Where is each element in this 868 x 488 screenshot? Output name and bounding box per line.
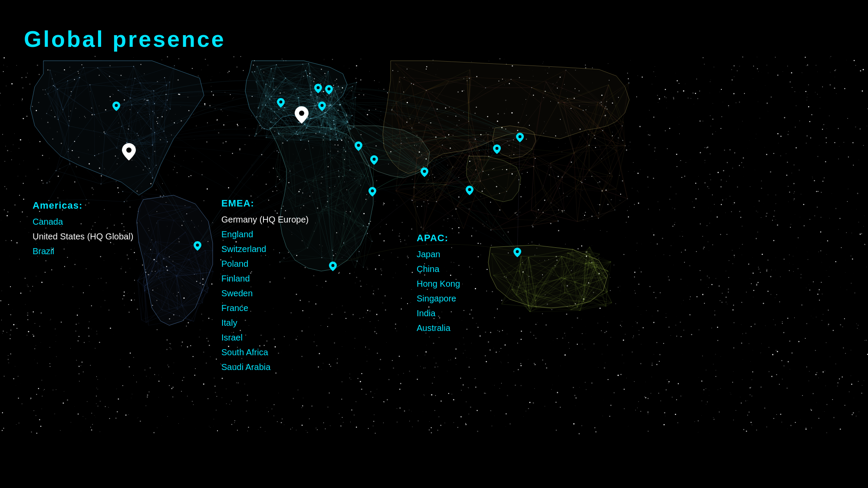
country-england: England: [221, 227, 309, 242]
pin-sweden: [325, 85, 333, 95]
country-brazil: Brazil: [33, 244, 133, 259]
svg-point-2: [115, 104, 118, 107]
country-finland: Finland: [221, 271, 309, 286]
svg-point-8: [357, 144, 360, 147]
svg-point-4: [279, 101, 283, 104]
svg-point-14: [519, 135, 522, 138]
pin-germany-hq: [295, 106, 309, 124]
svg-point-12: [468, 188, 471, 191]
americas-region: Americas: Canada United States (HQ Globa…: [33, 197, 133, 259]
pin-finland: [314, 84, 322, 93]
pin-australia: [513, 248, 521, 257]
country-sweden: Sweden: [221, 286, 309, 301]
country-poland: Poland: [221, 256, 309, 271]
country-singapore: Singapore: [417, 291, 460, 306]
country-saudi-arabia: Saudi Arabia: [221, 360, 309, 374]
pin-england: [277, 98, 285, 108]
pin-india: [421, 167, 428, 177]
country-china: China: [417, 262, 460, 276]
country-italy: Italy: [221, 315, 309, 330]
pin-china: [516, 133, 524, 142]
pin-us-hq: [122, 143, 136, 160]
country-us: United States (HQ Global): [33, 229, 133, 244]
svg-point-5: [317, 86, 320, 89]
country-germany: Germany (HQ Europe): [221, 212, 309, 227]
country-india: India: [417, 306, 460, 321]
country-israel: Israel: [221, 330, 309, 345]
svg-point-0: [126, 147, 132, 153]
country-south-africa: South Africa: [221, 345, 309, 360]
country-switzerland: Switzerland: [221, 242, 309, 256]
country-france: France: [221, 301, 309, 315]
svg-point-11: [371, 190, 374, 193]
pin-south-africa: [370, 155, 378, 165]
apac-title: APAC:: [417, 230, 460, 246]
svg-point-16: [332, 264, 335, 267]
svg-point-6: [328, 88, 331, 91]
emea-region: EMEA: Germany (HQ Europe) England Switze…: [221, 195, 309, 374]
pin-switzerland: [318, 102, 326, 111]
americas-title: Americas:: [33, 197, 133, 213]
svg-point-13: [496, 147, 499, 150]
svg-point-10: [373, 158, 376, 161]
pin-israel: [355, 141, 362, 151]
emea-title: EMEA:: [221, 195, 309, 211]
svg-point-3: [196, 244, 199, 247]
svg-point-9: [423, 170, 426, 173]
svg-point-7: [321, 104, 324, 107]
country-hong-kong: Hong Kong: [417, 276, 460, 291]
country-australia: Australia: [417, 321, 460, 335]
svg-point-1: [299, 111, 304, 116]
pin-japan: [493, 144, 501, 154]
pin-brazil2: [329, 262, 337, 271]
apac-region: APAC: Japan China Hong Kong Singapore In…: [417, 230, 460, 335]
country-canada: Canada: [33, 214, 133, 229]
country-japan: Japan: [417, 247, 460, 262]
svg-point-15: [516, 250, 519, 253]
pin-saudi-arabia: [368, 187, 376, 197]
pin-brazil: [194, 241, 201, 251]
pin-singapore: [466, 186, 473, 195]
pin-canada: [112, 102, 120, 111]
page-title: Global presence: [24, 26, 226, 52]
